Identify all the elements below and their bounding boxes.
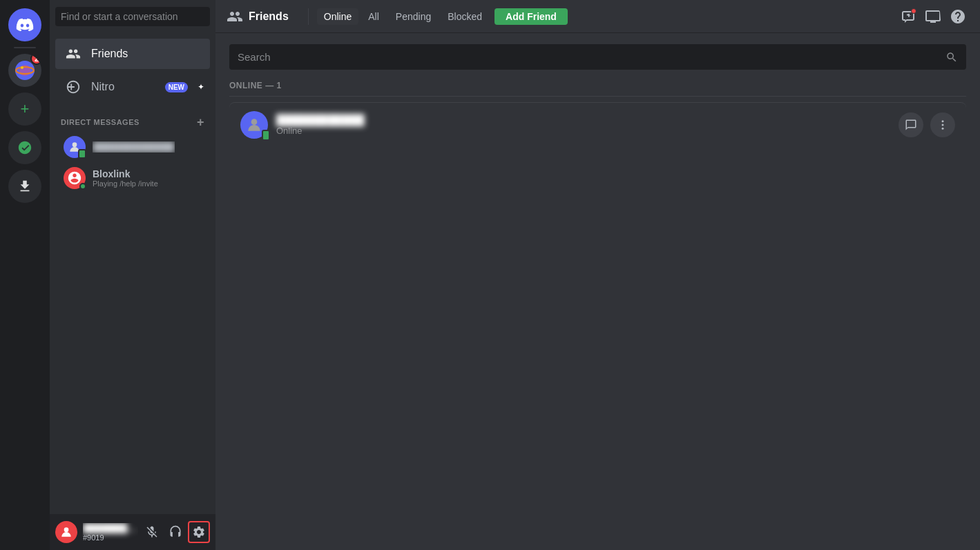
- friend-info: ████████████ Online: [276, 114, 899, 136]
- bloxlink-avatar-wrap: [64, 167, 86, 189]
- nitro-icon: [64, 77, 83, 97]
- direct-messages-header: DIRECT MESSAGES +: [50, 105, 215, 131]
- friends-nav-icon: [64, 44, 83, 63]
- friend-name: ████████████: [276, 114, 899, 126]
- friends-search-bar: [229, 44, 966, 70]
- dm-user-name: ████████████: [93, 141, 175, 153]
- own-avatar: [55, 521, 77, 543]
- dm-user-info: ████████████: [93, 141, 175, 153]
- explore-servers-button[interactable]: [8, 131, 41, 164]
- svg-point-9: [942, 128, 944, 130]
- friend-mobile-status: [262, 130, 270, 141]
- own-username: ████████████: [83, 523, 138, 533]
- dm-bloxlink-item[interactable]: Bloxlink Playing /help /invite: [55, 163, 210, 193]
- add-friend-button[interactable]: Add Friend: [494, 8, 568, 25]
- search-input[interactable]: [55, 7, 210, 26]
- nitro-new-badge: NEW: [165, 82, 188, 92]
- svg-point-5: [64, 527, 69, 532]
- more-friend-options-button[interactable]: [930, 112, 955, 137]
- svg-point-6: [251, 119, 258, 125]
- friend-status: Online: [276, 126, 899, 136]
- svg-point-3: [21, 66, 23, 69]
- user-area: ████████████ #9019: [50, 514, 215, 550]
- mute-button[interactable]: [141, 521, 163, 543]
- svg-point-4: [73, 142, 77, 147]
- own-tag: #9019: [83, 533, 138, 542]
- nitro-nav-item[interactable]: Nitro NEW ✦: [55, 72, 210, 102]
- bloxlink-name: Bloxlink: [93, 168, 158, 179]
- discord-home-button[interactable]: [8, 8, 41, 41]
- friends-label: Friends: [91, 48, 128, 60]
- download-apps-button[interactable]: [8, 170, 41, 203]
- friends-search-input[interactable]: [238, 44, 945, 70]
- friends-header-icon: [227, 8, 243, 25]
- server-divider: [14, 47, 36, 48]
- server-icon-planet[interactable]: 2: [8, 54, 41, 87]
- user-controls: [141, 521, 210, 543]
- inbox-button[interactable]: [922, 6, 944, 28]
- new-group-dm-button[interactable]: [897, 6, 919, 28]
- friends-nav-item[interactable]: Friends: [55, 39, 210, 69]
- header-divider: [308, 8, 309, 25]
- new-dm-button[interactable]: +: [197, 116, 204, 128]
- message-friend-button[interactable]: [899, 112, 923, 137]
- bloxlink-status: Playing /help /invite: [93, 179, 158, 188]
- dm-navigation: Friends Nitro NEW ✦ DIRECT MESSAGES +: [50, 33, 215, 514]
- nitro-label: Nitro: [91, 81, 115, 93]
- settings-button[interactable]: [188, 521, 210, 543]
- tab-pending[interactable]: Pending: [389, 8, 438, 25]
- server-sidebar: 2 +: [0, 0, 50, 550]
- notif-badge: 2: [30, 54, 41, 65]
- tab-blocked[interactable]: Blocked: [441, 8, 489, 25]
- help-button[interactable]: [947, 6, 969, 28]
- dm-user-item[interactable]: ████████████: [55, 132, 210, 162]
- header-friends-title: Friends: [249, 10, 289, 23]
- deafen-button[interactable]: [164, 521, 186, 543]
- svg-point-7: [942, 120, 944, 122]
- bloxlink-status-dot: [79, 183, 86, 190]
- search-icon: [945, 51, 958, 63]
- add-server-button[interactable]: +: [8, 92, 41, 126]
- friend-actions: [899, 112, 955, 137]
- online-section-header: ONLINE — 1: [229, 81, 966, 97]
- avatar-wrap: [64, 136, 86, 158]
- svg-point-8: [942, 124, 944, 126]
- direct-messages-label: DIRECT MESSAGES: [61, 118, 140, 126]
- own-user-info: ████████████ #9019: [83, 523, 138, 542]
- bloxlink-info: Bloxlink Playing /help /invite: [93, 168, 158, 188]
- tab-online[interactable]: Online: [317, 8, 358, 25]
- main-header: Friends Online All Pending Blocked Add F…: [215, 0, 980, 33]
- search-bar-container: [50, 0, 215, 33]
- friends-area: ONLINE — 1 ████████████ Online: [215, 33, 980, 550]
- friend-row[interactable]: ████████████ Online: [229, 102, 966, 147]
- tab-all[interactable]: All: [361, 8, 386, 25]
- notif-dot: [911, 8, 916, 14]
- friend-avatar-wrap: [240, 111, 268, 139]
- dm-sidebar: Friends Nitro NEW ✦ DIRECT MESSAGES +: [50, 0, 215, 550]
- main-content: Friends Online All Pending Blocked Add F…: [215, 0, 980, 550]
- mobile-status-dot: [78, 149, 86, 159]
